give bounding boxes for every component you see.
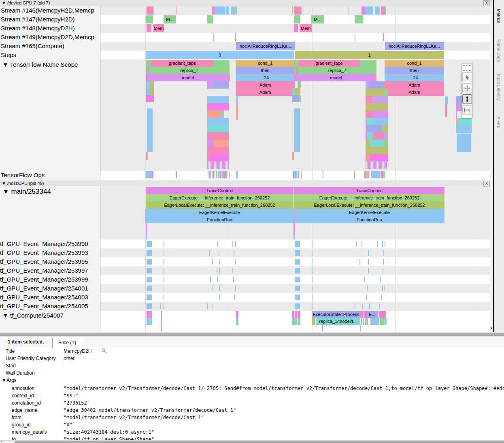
trace-event-bar[interactable] <box>370 140 379 147</box>
trace-event-tick[interactable] <box>312 241 313 247</box>
trace-event-bar[interactable] <box>218 171 219 178</box>
trace-event-bar[interactable] <box>373 132 384 140</box>
trace-event-bar[interactable] <box>375 6 380 15</box>
trace-event-tick[interactable] <box>219 250 219 256</box>
trace-event-bar[interactable]: ncclAllReduceRingLLKe... <box>385 42 444 50</box>
trace-event-bar[interactable] <box>301 6 302 15</box>
trace-event-bar[interactable]: EagerLocalExecute: __inference_train_fun… <box>146 201 293 209</box>
trace-event-bar[interactable] <box>293 235 295 240</box>
trace-event-bar[interactable]: M... <box>311 15 324 23</box>
trace-event-bar[interactable] <box>312 318 315 325</box>
trace-event-bar[interactable] <box>295 295 300 300</box>
args-section-header[interactable]: ▼Args <box>2 377 17 383</box>
trace-event-bar[interactable] <box>366 110 373 118</box>
trace-event-tick[interactable] <box>235 259 236 265</box>
trace-event-bar[interactable] <box>207 110 221 118</box>
trace-event-bar[interactable] <box>379 161 380 169</box>
trace-event-bar[interactable] <box>221 171 223 178</box>
trace-event-bar[interactable] <box>383 161 383 169</box>
vertical-zoom-tool-button[interactable] <box>462 94 472 104</box>
trace-event-bar[interactable] <box>146 88 150 95</box>
gpu-track-label[interactable]: Stream #146(MemcpyH2D,Memcp <box>1 7 100 14</box>
trace-event-bar[interactable] <box>226 171 227 178</box>
trace-event-bar[interactable] <box>370 318 379 325</box>
trace-event-bar[interactable] <box>177 6 177 15</box>
trace-event-tick[interactable] <box>367 286 368 291</box>
cpu-track-label[interactable]: tf_GPU_Event_Manager/254003 <box>0 294 100 301</box>
trace-event-tick[interactable] <box>164 241 164 247</box>
trace-event-bar[interactable]: cond_1 <box>385 60 444 67</box>
trace-event-bar[interactable] <box>296 24 298 32</box>
trace-event-bar[interactable] <box>298 81 301 88</box>
trace-event-bar[interactable] <box>237 318 238 325</box>
trace-event-bar[interactable] <box>387 103 388 110</box>
trace-event-bar[interactable]: M... <box>164 15 176 23</box>
trace-event-bar[interactable] <box>312 325 312 331</box>
trace-event-bar[interactable]: then <box>236 67 295 74</box>
trace-event-bar[interactable] <box>220 154 229 161</box>
cpu-track-label[interactable]: ▼ main/253344 <box>2 188 100 196</box>
trace-event-tick[interactable] <box>364 277 365 282</box>
trace-event-bar[interactable] <box>293 209 294 216</box>
trace-event-bar[interactable] <box>292 152 294 160</box>
trace-event-bar[interactable] <box>223 171 224 178</box>
trace-event-bar[interactable] <box>292 318 294 325</box>
trace-event-bar[interactable] <box>364 311 367 318</box>
trace-event-bar[interactable] <box>373 161 374 169</box>
trace-event-bar[interactable] <box>161 318 162 325</box>
trace-event-bar[interactable] <box>364 171 366 178</box>
trace-event-bar[interactable]: TraceContext <box>294 187 444 194</box>
trace-event-bar[interactable] <box>366 125 382 132</box>
trace-event-bar[interactable]: Adam <box>385 81 444 89</box>
trace-event-bar[interactable] <box>147 286 152 291</box>
trace-event-bar[interactable] <box>295 259 300 265</box>
search-icon[interactable] <box>101 348 107 354</box>
trace-event-bar[interactable] <box>207 81 212 89</box>
trace-event-bar[interactable] <box>161 311 162 318</box>
trace-event-bar[interactable] <box>369 161 370 169</box>
trace-event-bar[interactable]: Adam <box>236 89 295 96</box>
trace-event-bar[interactable] <box>219 161 220 169</box>
trace-event-bar[interactable] <box>228 171 228 178</box>
trace-event-tick[interactable] <box>219 286 220 291</box>
trace-event-bar[interactable]: _24 <box>236 74 295 81</box>
trace-event-tick[interactable] <box>232 241 233 247</box>
trace-event-bar[interactable]: 0 <box>146 51 294 59</box>
trace-event-bar[interactable] <box>207 147 229 154</box>
trace-event-bar[interactable] <box>146 81 150 88</box>
trace-event-tick[interactable] <box>368 250 369 256</box>
trace-event-bar[interactable] <box>378 161 379 169</box>
trace-event-bar[interactable] <box>215 171 215 178</box>
scrollbar-thumb[interactable] <box>0 333 504 336</box>
trace-event-bar[interactable] <box>295 88 299 95</box>
trace-event-bar[interactable]: model <box>296 74 376 81</box>
scroll-down-icon[interactable]: ▾ <box>490 326 493 330</box>
trace-event-bar[interactable] <box>361 318 362 325</box>
trace-event-bar[interactable] <box>295 311 297 318</box>
select-tool-button[interactable] <box>462 72 472 82</box>
trace-event-tick[interactable] <box>382 241 383 247</box>
trace-event-tick[interactable] <box>383 250 384 256</box>
trace-event-bar[interactable] <box>150 88 154 95</box>
trace-event-bar[interactable] <box>380 318 385 325</box>
trace-event-bar[interactable] <box>295 241 300 247</box>
trace-event-bar[interactable] <box>349 6 349 15</box>
trace-event-bar[interactable] <box>300 171 300 178</box>
trace-event-bar[interactable] <box>294 6 301 15</box>
trace-event-tick[interactable] <box>235 286 236 291</box>
trace-event-bar[interactable] <box>207 140 213 147</box>
trace-event-bar[interactable] <box>372 96 388 103</box>
trace-event-tick[interactable] <box>368 268 369 273</box>
scroll-left-icon[interactable]: ◂ <box>0 440 2 443</box>
cpu-track-label[interactable]: tf_GPU_Event_Manager/254005 <box>0 303 100 309</box>
trace-event-tick[interactable] <box>368 259 369 265</box>
trace-event-tick[interactable] <box>380 277 381 282</box>
trace-event-bar[interactable] <box>383 81 388 89</box>
trace-event-tick[interactable] <box>164 303 164 309</box>
trace-event-bar[interactable]: gradient_tape <box>151 60 214 67</box>
trace-event-bar[interactable] <box>379 140 384 147</box>
trace-event-tick[interactable] <box>355 303 355 309</box>
trace-event-bar[interactable] <box>212 81 229 89</box>
trace-event-tick[interactable] <box>377 241 378 247</box>
cpu-track-label[interactable]: ▼ tf_Compute/254007 <box>2 312 100 319</box>
